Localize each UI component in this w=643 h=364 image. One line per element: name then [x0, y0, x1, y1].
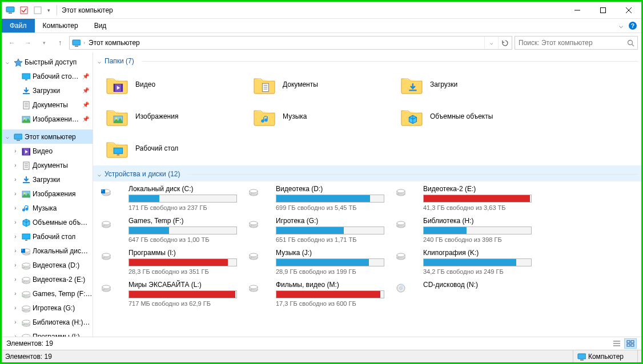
folder-item[interactable]: Рабочий стол: [105, 135, 247, 162]
tree-qa-item[interactable]: Загрузки 📌: [2, 83, 93, 98]
disk-icon: [99, 217, 124, 242]
pictures-folder-icon: [105, 105, 130, 128]
drive-label: Библиотека (H:): [423, 217, 537, 225]
disk-icon: [21, 304, 31, 313]
minimize-button[interactable]: [564, 2, 590, 18]
tree-pc-item[interactable]: › Рабочий стол: [2, 229, 93, 244]
monitor-icon: [13, 132, 23, 141]
capacity-bar: [276, 290, 384, 298]
breadcrumb[interactable]: Этот компьютер: [86, 39, 142, 47]
qat-properties-icon[interactable]: [18, 4, 30, 17]
drive-label: CD-дисковод (N:): [423, 281, 537, 289]
svg-rect-31: [627, 341, 630, 343]
capacity-bar: [423, 258, 532, 266]
tree-qa-item[interactable]: Изображени… 📌: [2, 112, 93, 126]
drive-item[interactable]: CD-дисковод (N:): [393, 281, 537, 307]
drive-item[interactable]: Games, Temp (F:) 647 ГБ свободно из 1,00…: [99, 217, 243, 243]
tab-view[interactable]: Вид: [86, 19, 115, 33]
taskbar-computer[interactable]: Компьютер: [573, 350, 638, 362]
qat-new-folder-icon[interactable]: [31, 4, 44, 17]
search-box[interactable]: [515, 36, 638, 50]
tree-pc-item[interactable]: › Программы (I:)…: [2, 329, 93, 337]
tree-pc-item[interactable]: › Games, Temp (F:…: [2, 286, 93, 301]
folder-item[interactable]: Документы: [252, 71, 395, 98]
drive-item[interactable]: Видеотека-2 (E:) 41,3 ГБ свободно из 3,6…: [393, 185, 537, 211]
drive-item[interactable]: Музыка (J:) 28,9 ГБ свободно из 199 ГБ: [246, 249, 390, 275]
tree-pc-item[interactable]: › Музыка: [2, 201, 93, 215]
folder-label: Музыка: [283, 112, 307, 120]
chevron-right-icon[interactable]: ›: [82, 40, 86, 46]
svg-rect-33: [627, 344, 630, 346]
recent-dropdown[interactable]: ▾: [37, 36, 51, 50]
close-button[interactable]: [616, 2, 641, 18]
drive-item[interactable]: Миры ЭКСАБАЙТА (L:) 717 МБ свободно из 6…: [99, 281, 243, 307]
folder-item[interactable]: Музыка: [252, 103, 395, 130]
forward-button[interactable]: →: [21, 36, 35, 50]
disk-icon: [21, 261, 31, 270]
address-bar[interactable]: › Этот компьютер ⌵: [69, 36, 512, 50]
folder-label: Объемные объекты: [430, 112, 493, 120]
drive-free-text: 717 МБ свободно из 62,9 ГБ: [128, 300, 243, 307]
tree-pc-item[interactable]: › Изображения: [2, 187, 93, 201]
disk-icon: [21, 275, 31, 284]
drive-item[interactable]: Видеотека (D:) 699 ГБ свободно из 5,45 Т…: [246, 185, 390, 211]
drive-item[interactable]: Фильмы, видео (M:) 17,3 ГБ свободно из 6…: [246, 281, 390, 307]
disk-icon: [21, 332, 31, 337]
tree-pc-item[interactable]: › Локальный дис…: [2, 244, 93, 258]
tree-pc-item[interactable]: › Загрузки: [2, 172, 93, 187]
drive-item[interactable]: Локальный диск (C:) 171 ГБ свободно из 2…: [99, 185, 243, 211]
drive-item[interactable]: Клипография (K:) 34,2 ГБ свободно из 249…: [393, 249, 537, 275]
tree-qa-item[interactable]: Рабочий сто… 📌: [2, 69, 93, 83]
group-folders-header[interactable]: ⌵ Папки (7): [93, 52, 641, 68]
refresh-button[interactable]: [498, 37, 512, 49]
up-button[interactable]: ↑: [53, 36, 67, 50]
tree-pc-item[interactable]: › Документы: [2, 158, 93, 172]
folder-item[interactable]: Загрузки: [399, 71, 542, 98]
view-tiles-button[interactable]: [624, 338, 637, 349]
capacity-bar: [423, 227, 532, 234]
tree-pc-item[interactable]: › Объемные объ…: [2, 215, 93, 229]
tree-quick-access[interactable]: ⌵ Быстрый доступ: [2, 55, 93, 69]
svg-line-30: [632, 44, 634, 46]
search-input[interactable]: [515, 39, 624, 47]
music-icon: [21, 204, 31, 213]
drive-label: Локальный диск (C:): [128, 185, 243, 193]
disk-icon: [99, 249, 124, 274]
search-icon[interactable]: [624, 39, 637, 47]
tree-pc-item[interactable]: › Библиотека (H:)…: [2, 315, 93, 329]
qat-dropdown-icon[interactable]: ▾: [45, 4, 52, 17]
svg-point-29: [628, 40, 632, 45]
view-details-button[interactable]: [610, 338, 623, 349]
folder-label: Изображения: [135, 112, 178, 120]
disk-icon: [99, 281, 124, 306]
maximize-button[interactable]: [590, 2, 616, 18]
svg-rect-34: [631, 344, 634, 346]
tree-pc-item[interactable]: › Видеотека (D:): [2, 258, 93, 272]
drive-item[interactable]: Библиотека (H:) 240 ГБ свободно из 398 Г…: [393, 217, 537, 243]
folder-item[interactable]: Объемные объекты: [399, 103, 542, 130]
drive-item[interactable]: Игротека (G:) 651 ГБ свободно из 1,71 ТБ: [246, 217, 390, 243]
tree-pc-item[interactable]: › Игротека (G:): [2, 301, 93, 315]
downloads-icon: [21, 86, 31, 95]
help-icon[interactable]: ?: [629, 22, 637, 30]
status-bar: Элементов: 19: [2, 337, 641, 350]
disk-icon: [246, 185, 271, 210]
group-drives-header[interactable]: ⌵ Устройства и диски (12): [93, 165, 641, 181]
qat-this-pc-icon[interactable]: [4, 4, 17, 17]
tree-pc-item[interactable]: › Видеотека-2 (E:): [2, 272, 93, 286]
tree-this-pc[interactable]: ⌵ Этот компьютер: [2, 130, 93, 144]
drive-free-text: 699 ГБ свободно из 5,45 ТБ: [276, 204, 390, 211]
address-dropdown[interactable]: ⌵: [484, 37, 498, 49]
tab-file[interactable]: Файл: [2, 19, 35, 33]
chevron-down-icon: ⌵: [98, 58, 101, 64]
back-button[interactable]: ←: [5, 36, 19, 50]
drive-item[interactable]: Программы (I:) 28,3 ГБ свободно из 351 Г…: [99, 249, 243, 275]
tree-pc-item[interactable]: › Видео: [2, 144, 93, 158]
folder-item[interactable]: Изображения: [105, 103, 247, 130]
tab-computer[interactable]: Компьютер: [35, 19, 86, 33]
folder-item[interactable]: Видео: [105, 71, 247, 98]
tree-qa-item[interactable]: Документы 📌: [2, 98, 93, 112]
capacity-bar: [128, 290, 237, 298]
drive-label: Фильмы, видео (M:): [276, 281, 390, 289]
ribbon-expand-icon[interactable]: ⌵: [619, 22, 623, 30]
